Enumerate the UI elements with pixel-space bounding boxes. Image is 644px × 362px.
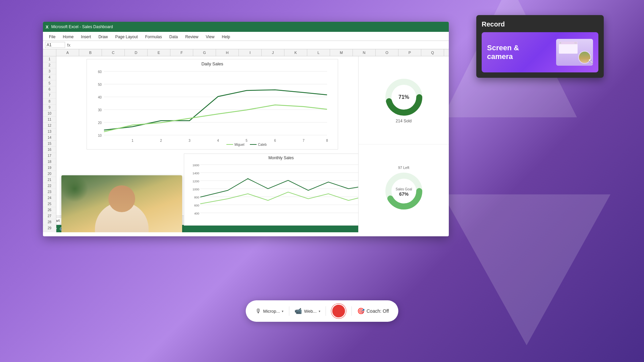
donut-2-left: 97 Left — [398, 166, 410, 170]
col-F[interactable]: F — [170, 49, 193, 56]
menu-page-layout[interactable]: Page Layout — [112, 33, 141, 41]
row-16: 16 — [43, 147, 56, 153]
coach-item[interactable]: 🎯 Coach: Off — [357, 307, 389, 315]
menu-review[interactable]: Review — [182, 33, 202, 41]
preview-close-btn — [560, 42, 561, 44]
microphone-item[interactable]: 🎙 Microp... ▾ — [255, 308, 284, 315]
record-option-screen-camera[interactable]: Screen & camera ↖ — [482, 32, 598, 72]
svg-text:71%: 71% — [398, 94, 409, 100]
daily-sales-title: Daily Sales — [87, 61, 338, 66]
webcam-item[interactable]: 📹 Web... ▾ — [294, 307, 320, 315]
menu-help[interactable]: Help — [218, 33, 233, 41]
col-H[interactable]: H — [216, 49, 239, 56]
webcam-chevron-icon: ▾ — [319, 309, 320, 313]
menu-data[interactable]: Data — [166, 33, 181, 41]
svg-rect-20 — [226, 144, 233, 145]
row-1: 1 — [43, 56, 56, 62]
webcam-label: Web... — [304, 309, 316, 314]
svg-text:800: 800 — [194, 196, 199, 199]
svg-text:10: 10 — [98, 134, 102, 137]
toolbar-divider-3 — [352, 306, 352, 316]
col-M[interactable]: M — [330, 49, 353, 56]
row-6: 6 — [43, 86, 56, 93]
col-G[interactable]: G — [193, 49, 216, 56]
col-N[interactable]: N — [353, 49, 376, 56]
microphone-label: Microp... — [263, 309, 280, 314]
formula-bar: A1 fx — [43, 41, 449, 49]
svg-text:50: 50 — [98, 83, 102, 86]
row-14: 14 — [43, 135, 56, 141]
col-A[interactable]: A — [56, 49, 79, 56]
column-headers: A B C D E F G H I J K L M N O P Q — [43, 49, 449, 56]
row-17: 17 — [43, 153, 56, 159]
col-J[interactable]: J — [262, 49, 284, 56]
menu-view[interactable]: View — [203, 33, 218, 41]
row-11: 11 — [43, 117, 56, 123]
col-D[interactable]: D — [125, 49, 148, 56]
preview-window-content — [559, 44, 578, 54]
menu-draw[interactable]: Draw — [95, 33, 111, 41]
donut-chart-2: Sales Goal 67% — [384, 171, 424, 211]
row-30: 30 — [43, 231, 56, 232]
cursor-icon: ↖ — [588, 57, 593, 65]
coach-icon: 🎯 — [357, 307, 365, 315]
col-Q[interactable]: Q — [421, 49, 444, 56]
row-22: 22 — [43, 183, 56, 189]
microphone-icon: 🎙 — [255, 308, 261, 315]
excel-window: X Microsoft Excel - Sales Dashboard File… — [43, 22, 449, 236]
svg-text:30: 30 — [98, 108, 102, 112]
excel-topbar: X Microsoft Excel - Sales Dashboard — [43, 22, 449, 32]
donut-chart-1: 71% — [384, 77, 424, 117]
grid-corner — [43, 49, 56, 56]
menu-formulas[interactable]: Formulas — [142, 33, 165, 41]
plant-decoration — [61, 175, 88, 202]
monthly-sales-chart: Monthly Sales 1600 1400 1200 1000 800 60… — [184, 154, 378, 226]
record-button[interactable] — [331, 304, 346, 318]
record-option-content: Screen & camera ↖ — [482, 32, 598, 72]
toolbar-divider-1 — [289, 306, 289, 316]
svg-text:400: 400 — [194, 212, 199, 215]
menu-home[interactable]: Home — [59, 33, 77, 41]
record-title: Record — [482, 20, 598, 28]
cell-reference[interactable]: A1 — [45, 42, 65, 48]
coach-label: Coach: Off — [367, 308, 389, 314]
row-numbers: 1 2 3 4 5 6 7 8 9 10 11 12 13 14 15 16 1… — [43, 56, 56, 232]
row-2: 2 — [43, 62, 56, 68]
row-10: 10 — [43, 111, 56, 117]
row-28: 28 — [43, 219, 56, 225]
row-25: 25 — [43, 201, 56, 207]
svg-text:20: 20 — [98, 121, 102, 125]
person-shape — [95, 179, 149, 232]
microphone-chevron-icon: ▾ — [282, 309, 283, 313]
recording-toolbar: 🎙 Microp... ▾ 📹 Web... ▾ 🎯 Coach: Off — [246, 300, 398, 322]
svg-text:600: 600 — [194, 204, 199, 207]
col-C[interactable]: C — [102, 49, 125, 56]
col-E[interactable]: E — [148, 49, 170, 56]
col-L[interactable]: L — [307, 49, 330, 56]
svg-text:67%: 67% — [399, 191, 409, 197]
menu-file[interactable]: File — [46, 33, 59, 41]
col-O[interactable]: O — [376, 49, 398, 56]
svg-text:Miguel: Miguel — [234, 143, 244, 146]
row-23: 23 — [43, 189, 56, 195]
excel-menubar: File Home Insert Draw Page Layout Formul… — [43, 32, 449, 41]
row-9: 9 — [43, 105, 56, 111]
col-I[interactable]: I — [239, 49, 262, 56]
excel-logo: X — [46, 24, 49, 29]
col-P[interactable]: P — [398, 49, 421, 56]
svg-text:60: 60 — [98, 70, 102, 74]
row-18: 18 — [43, 159, 56, 165]
svg-text:5: 5 — [246, 139, 248, 142]
donut-panel: 71% 214 Sold 97 Left Sales Goal 67% — [358, 56, 449, 232]
monthly-sales-svg: 1600 1400 1200 1000 800 600 400 — [187, 160, 375, 222]
row-4: 4 — [43, 74, 56, 80]
col-B[interactable]: B — [79, 49, 102, 56]
col-K[interactable]: K — [284, 49, 307, 56]
formula-icon: fx — [67, 43, 70, 48]
excel-content-area: 1 2 3 4 5 6 7 8 9 10 11 12 13 14 15 16 1… — [43, 56, 449, 232]
svg-text:40: 40 — [98, 96, 102, 99]
row-3: 3 — [43, 68, 56, 74]
row-8: 8 — [43, 99, 56, 105]
menu-insert[interactable]: Insert — [77, 33, 94, 41]
row-26: 26 — [43, 207, 56, 213]
